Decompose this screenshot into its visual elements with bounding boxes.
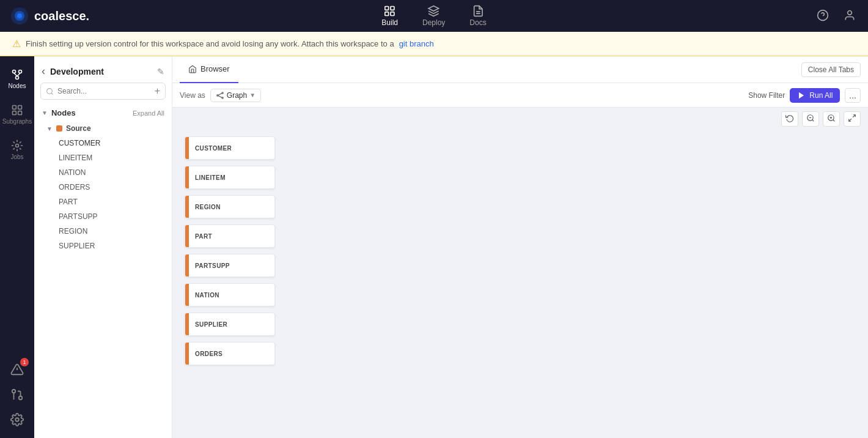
expand-all-button[interactable]: Expand All — [133, 110, 164, 117]
back-button[interactable]: ‹ — [42, 65, 45, 78]
close-all-tabs-button[interactable]: Close All Tabs — [801, 62, 861, 77]
tree-item-partsupp[interactable]: PARTSUPP — [34, 209, 172, 224]
alert-badge-container: 1 — [8, 360, 26, 380]
node-card-nation[interactable]: NATION — [185, 283, 275, 306]
user-icon — [844, 9, 856, 21]
svg-point-12 — [13, 70, 16, 73]
graph-nodes: CUSTOMER LINEITEM REGION PART — [185, 136, 275, 365]
run-all-label: Run All — [809, 91, 833, 100]
svg-point-24 — [19, 396, 23, 400]
tab-browser[interactable]: Browser — [180, 56, 238, 83]
node-label-lineitem: LINEITEM — [189, 166, 232, 188]
zoom-toolbar — [172, 108, 868, 130]
zoom-out-button[interactable] — [802, 111, 819, 127]
refresh-button[interactable] — [781, 111, 798, 127]
node-card-customer[interactable]: CUSTOMER — [185, 136, 275, 160]
search-input[interactable] — [57, 87, 151, 95]
tree-content: ▼ Nodes Expand All ▼ Source CUSTOMER LIN… — [34, 105, 172, 438]
svg-point-30 — [217, 94, 218, 95]
svg-point-2 — [17, 13, 22, 18]
nav-deploy[interactable]: Deploy — [422, 5, 445, 27]
coalesce-logo — [10, 6, 29, 26]
sidebar-item-subgraphs[interactable]: Subgraphs — [2, 99, 32, 130]
logo-text: coalesce. — [34, 9, 89, 23]
graph-canvas[interactable]: CUSTOMER LINEITEM REGION PART — [172, 130, 868, 438]
node-card-orders[interactable]: ORDERS — [185, 342, 275, 365]
node-card-partsupp[interactable]: PARTSUPP — [185, 254, 275, 277]
tree-item-lineitem[interactable]: LINEITEM — [34, 150, 172, 165]
view-toolbar: View as Graph ▼ Show Filter — [172, 83, 868, 108]
main-area: Nodes Subgraphs Jobs — [0, 56, 868, 438]
tree-item-part[interactable]: PART — [34, 195, 172, 209]
svg-line-29 — [51, 93, 53, 94]
more-button[interactable]: ... — [845, 88, 861, 103]
source-dot — [56, 125, 62, 132]
svg-line-15 — [14, 73, 17, 76]
top-nav: coalesce. Build Deploy — [0, 0, 868, 32]
svg-line-43 — [853, 115, 855, 117]
nav-center: Build Deploy Docs — [381, 5, 486, 27]
svg-marker-35 — [799, 92, 804, 98]
node-card-part[interactable]: PART — [185, 225, 275, 248]
source-caret: ▼ — [46, 125, 53, 132]
node-card-lineitem[interactable]: LINEITEM — [185, 166, 275, 189]
tree-item-region[interactable]: REGION — [34, 224, 172, 239]
svg-point-21 — [16, 144, 19, 147]
refresh-icon — [785, 114, 794, 122]
source-group-header[interactable]: ▼ Source — [34, 121, 172, 136]
tree-item-customer[interactable]: CUSTOMER — [34, 136, 172, 150]
tab-browser-label: Browser — [200, 64, 230, 73]
view-right: Show Filter Run All ... — [748, 88, 861, 103]
tree-item-nation[interactable]: NATION — [34, 165, 172, 180]
node-card-supplier[interactable]: SUPPLIER — [185, 313, 275, 336]
sidebar-item-nodes[interactable]: Nodes — [2, 64, 32, 94]
build-icon — [384, 5, 396, 17]
svg-point-14 — [16, 76, 19, 80]
svg-rect-17 — [13, 106, 17, 110]
add-button[interactable]: + — [155, 86, 160, 97]
user-button[interactable] — [841, 7, 858, 26]
node-card-region[interactable]: REGION — [185, 195, 275, 218]
nav-build-label: Build — [381, 18, 398, 27]
sidebar-item-jobs[interactable]: Jobs — [2, 135, 32, 165]
tree-item-orders[interactable]: ORDERS — [34, 180, 172, 195]
settings-icon — [10, 413, 24, 426]
edit-icon[interactable]: ✎ — [157, 67, 164, 76]
svg-point-11 — [848, 10, 852, 15]
nodes-section-header[interactable]: ▼ Nodes Expand All — [34, 105, 172, 121]
zoom-in-button[interactable] — [823, 111, 840, 127]
nav-docs[interactable]: Docs — [469, 5, 486, 27]
node-label-customer: CUSTOMER — [189, 137, 238, 159]
warning-bar: ⚠ Finish setting up version control for … — [0, 32, 868, 56]
run-all-button[interactable]: Run All — [790, 88, 840, 103]
docs-icon — [472, 5, 484, 17]
icon-sidebar-bottom: 1 — [8, 360, 26, 431]
settings-button[interactable] — [8, 410, 26, 431]
node-label-supplier: SUPPLIER — [189, 313, 234, 335]
nodes-section-label: Nodes — [51, 108, 76, 117]
help-button[interactable] — [814, 7, 831, 26]
node-label-orders: ORDERS — [189, 343, 229, 365]
tree-item-supplier[interactable]: SUPPLIER — [34, 239, 172, 253]
svg-line-16 — [17, 73, 20, 76]
nodes-expand-icon: ▼ — [42, 110, 48, 116]
zoom-in-icon — [827, 114, 836, 122]
git-button[interactable] — [8, 385, 26, 406]
nav-build[interactable]: Build — [381, 5, 398, 27]
view-left: View as Graph ▼ — [180, 89, 261, 102]
help-icon — [817, 9, 829, 21]
nodes-icon — [11, 69, 23, 81]
nav-deploy-label: Deploy — [422, 18, 445, 27]
git-branch-link[interactable]: git branch — [399, 39, 434, 48]
svg-line-44 — [849, 119, 851, 121]
fit-view-button[interactable] — [844, 111, 861, 127]
node-label-region: REGION — [189, 196, 227, 218]
show-filter-button[interactable]: Show Filter — [748, 91, 785, 100]
svg-rect-3 — [385, 7, 389, 10]
view-select[interactable]: Graph ▼ — [210, 89, 261, 102]
zoom-out-icon — [806, 114, 815, 122]
svg-point-28 — [47, 88, 53, 94]
svg-point-25 — [12, 390, 16, 393]
subgraphs-icon — [11, 104, 23, 116]
graph-label: Graph — [227, 91, 247, 100]
